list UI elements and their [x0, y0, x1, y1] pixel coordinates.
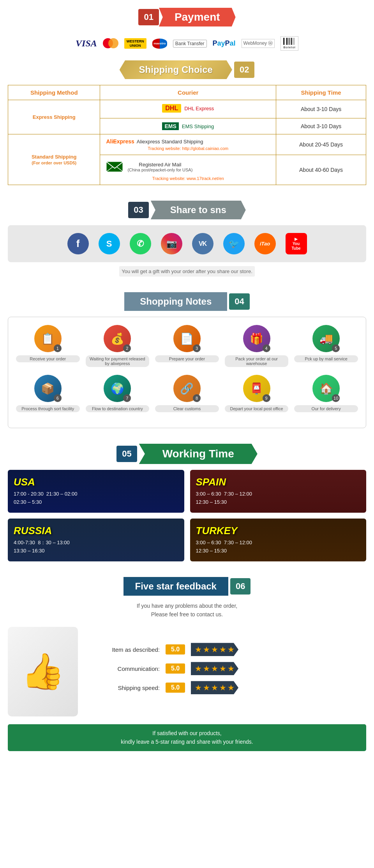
payment-num: 01	[138, 9, 159, 25]
step-4: 🎁 4 Pack your order at our warehouse	[225, 325, 289, 367]
table-row: Standard Shipping (For order over USD5) …	[8, 134, 366, 155]
boletol-icon: Boletol	[280, 36, 298, 51]
step-5-label: Pck up by mail service	[294, 355, 358, 362]
country-usa-times: 17:00 - 20:30 21:30 – 02:0002:30 – 5:30	[14, 490, 178, 506]
payment-header: 01 Payment	[138, 8, 235, 26]
working-num: 05	[116, 446, 137, 462]
dhl-time-cell: About 3-10 Days	[276, 100, 366, 118]
shipping-title: Shipping Choice	[120, 60, 232, 79]
dhl-courier-cell: DHL DHL Express	[100, 100, 276, 118]
rating-label-described: Item as described:	[97, 646, 160, 653]
step-8-label: Clear customs	[155, 405, 219, 412]
thumbs-up-area: 👍	[8, 627, 86, 716]
social-icons-row: f S ✆ 📷 VK 🐦 iTao ▶YouTube	[8, 225, 366, 262]
ems-time-cell: About 3-10 Days	[276, 118, 366, 134]
ems-logo: EMS EMS Shipping	[106, 122, 270, 130]
step-9-label: Depart your local post office	[225, 405, 289, 412]
paypal-icon: PayPal	[213, 39, 236, 48]
section-share: 03 Share to sns f S ✆ 📷 VK 🐦 iTao ▶YouTu…	[0, 193, 374, 284]
ratings-area: Item as described: 5.0 ★ ★ ★ ★ ★ Communi…	[97, 643, 366, 700]
feedback-content: 👍 Item as described: 5.0 ★ ★ ★ ★ ★ Commu…	[8, 627, 366, 716]
express-method-cell: Express Shipping	[8, 100, 100, 134]
step-8-icon: 🔗 8	[173, 375, 201, 402]
share-note: You will get a gift with your order afte…	[119, 266, 255, 277]
section-notes: Shopping Notes 04 📋 1 Receive your order…	[0, 284, 374, 436]
twitter-icon[interactable]: 🐦	[223, 233, 245, 254]
facebook-icon[interactable]: f	[67, 233, 89, 254]
share-header: 03 Share to sns	[0, 201, 374, 219]
rating-score-comm: 5.0	[166, 663, 185, 674]
instagram-icon[interactable]: 📷	[161, 233, 182, 254]
feedback-footer: If satisfied with our products, kindly l…	[8, 724, 366, 751]
ems-courier-cell: EMS EMS Shipping	[100, 118, 276, 134]
stars-described: ★ ★ ★ ★ ★	[191, 643, 238, 656]
step-5-icon: 🚚 5	[312, 325, 340, 352]
col-method: Shipping Method	[8, 85, 100, 100]
step-9: 📮 9 Depart your local post office	[225, 375, 289, 412]
rating-shipping: Shipping speed: 5.0 ★ ★ ★ ★ ★	[97, 681, 366, 694]
step-1-label: Receive your order	[16, 355, 80, 362]
rating-label-comm: Communication:	[97, 665, 160, 672]
step-5: 🚚 5 Pck up by mail service	[294, 325, 358, 367]
western-union-icon: WESTERNUNION	[124, 38, 146, 49]
skype-icon[interactable]: S	[99, 233, 120, 254]
step-2-icon: 💰 2	[104, 325, 131, 352]
itao-icon[interactable]: iTao	[254, 233, 276, 254]
ali-courier-cell: AliExpress Aliexpress Standard Shipping …	[100, 134, 276, 155]
stars-comm: ★ ★ ★ ★ ★	[191, 662, 238, 675]
step-6-label: Process through sort facility	[16, 405, 80, 412]
country-russia-name: RUSSIA	[14, 525, 178, 537]
country-card-usa: USA 17:00 - 20:30 21:30 – 02:0002:30 – 5…	[8, 470, 184, 513]
bank-transfer-icon: Bank Transfer	[173, 40, 207, 48]
step-3-label: Prepare your order	[155, 355, 219, 362]
ali-time-cell: About 20-45 Days	[276, 134, 366, 155]
country-turkey-name: TURKEY	[196, 525, 361, 537]
airmail-tracking: Tracking website: www.17track.net/en	[106, 176, 270, 181]
feedback-header: Five star feedback 06	[8, 577, 366, 596]
rating-score-described: 5.0	[166, 644, 185, 655]
table-row: Express Shipping DHL DHL Express About 3…	[8, 100, 366, 118]
table-header-row: Shipping Method Courier Shipping Time	[8, 85, 366, 100]
feedback-num: 06	[230, 578, 251, 595]
step-4-icon: 🎁 4	[243, 325, 270, 352]
visa-icon: VISA	[76, 38, 97, 49]
rating-item-described: Item as described: 5.0 ★ ★ ★ ★ ★	[97, 643, 366, 656]
country-usa-name: USA	[14, 476, 178, 488]
stars-ship: ★ ★ ★ ★ ★	[191, 681, 238, 694]
notes-title: Shopping Notes	[124, 292, 227, 311]
vk-icon[interactable]: VK	[192, 233, 213, 254]
payment-title: Payment	[159, 8, 236, 26]
step-6: 📦 6 Process through sort facility	[16, 375, 80, 412]
step-7-icon: 🌍 7	[104, 375, 131, 402]
whatsapp-icon[interactable]: ✆	[130, 233, 151, 254]
country-russia-times: 4:00-7:30 8：30 – 13:0013:30 – 16:30	[14, 539, 178, 555]
section-working: 05 Working Time USA 17:00 - 20:30 21:30 …	[0, 436, 374, 569]
dhl-logo: DHL DHL Express	[106, 104, 270, 113]
working-header: 05 Working Time	[8, 444, 366, 464]
step-10-label: Our for delivery	[294, 405, 358, 412]
step-10-icon: 🏠 10	[312, 375, 340, 402]
country-spain-times: 3:00 – 6:30 7:30 – 12:0012:30 – 15:30	[196, 490, 361, 506]
mastercard-icon	[103, 38, 118, 49]
feedback-title: Five star feedback	[123, 577, 228, 596]
rating-communication: Communication: 5.0 ★ ★ ★ ★ ★	[97, 662, 366, 675]
section-shipping: Shipping Choice 02 Shipping Method Couri…	[0, 60, 374, 193]
step-7-label: Flow to destination country	[86, 405, 150, 412]
country-card-russia: RUSSIA 4:00-7:30 8：30 – 13:0013:30 – 16:…	[8, 519, 184, 561]
working-grid: USA 17:00 - 20:30 21:30 – 02:0002:30 – 5…	[8, 470, 366, 561]
step-2: 💰 2 Waiting for payment released by alix…	[86, 325, 150, 367]
col-time: Shipping Time	[276, 85, 366, 100]
section-payment: 01 Payment VISA WESTERNUNION maestro Ban…	[0, 0, 374, 60]
working-title: Working Time	[139, 444, 258, 464]
step-6-icon: 📦 6	[34, 375, 62, 402]
step-9-icon: 📮 9	[243, 375, 270, 402]
step-2-label: Waiting for payment released by alixepre…	[86, 355, 150, 367]
thumbs-up-image: 👍	[8, 627, 78, 716]
step-3: 📄 3 Prepare your order	[155, 325, 219, 367]
step-10: 🏠 10 Our for delivery	[294, 375, 358, 412]
airmail-icon	[106, 159, 123, 175]
step-7: 🌍 7 Flow to destination country	[86, 375, 150, 412]
rating-score-ship: 5.0	[166, 683, 185, 693]
notes-box: 📋 1 Receive your order 💰 2 Waiting for p…	[8, 317, 366, 428]
youtube-icon[interactable]: ▶YouTube	[286, 233, 307, 254]
